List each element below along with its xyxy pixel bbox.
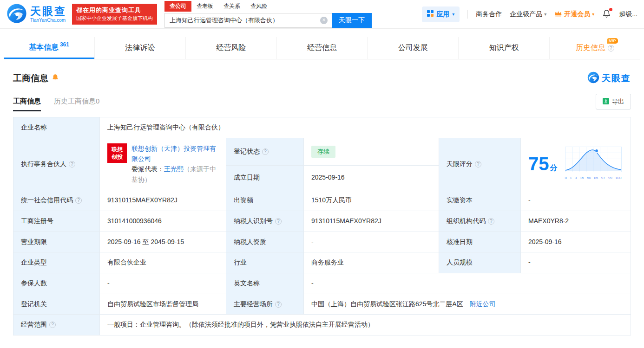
tianyan-score-value: 75分 xyxy=(521,138,631,190)
lenovo-capital-logo: 联想 创投 xyxy=(107,143,127,163)
nav-enterprise-products[interactable]: 企业级产品 ▾ xyxy=(510,10,546,19)
help-icon[interactable]: ? xyxy=(49,322,56,328)
apps-label: 应用 xyxy=(436,10,449,19)
apps-menu[interactable]: 应用 ▾ xyxy=(422,6,460,22)
help-icon[interactable]: ? xyxy=(75,197,82,204)
table-row: 统一社会信用代码? 91310115MAEX0YR82J 出资额 1510万人民… xyxy=(13,190,631,211)
org-code-value: MAEX0YR8-2 xyxy=(521,211,631,232)
help-icon[interactable]: ? xyxy=(69,161,75,168)
company-type-label: 企业类型 xyxy=(13,252,100,273)
brand-slogan: 都在用的商业查询工具 国家中小企业发展子基金旗下机构 xyxy=(72,4,157,25)
business-info-table: 企业名称 上海知己行远管理咨询中心（有限合伙） 执行事务合伙人? 联想 创投 联… xyxy=(13,117,631,335)
tianyan-score[interactable]: 75分 xyxy=(528,147,623,181)
search-button[interactable]: 天眼一下 xyxy=(332,13,372,28)
business-term-value: 2025-09-16 至 2045-09-15 xyxy=(100,232,226,252)
tab-label: 历史信息 xyxy=(576,43,605,53)
business-term-label: 营业期限 xyxy=(13,232,100,252)
tianyancha-logo-icon xyxy=(7,3,27,26)
export-button[interactable]: 导出 xyxy=(596,94,631,110)
taxpayer-id-label: 纳税人识别号? xyxy=(226,211,304,232)
delegate-name-link[interactable]: 王光熙 xyxy=(164,165,184,173)
nav-divider xyxy=(467,10,468,19)
tab-history-info[interactable]: 历史信息 VIP ? xyxy=(549,37,640,59)
help-icon[interactable]: ? xyxy=(275,301,282,308)
score-curve-chart: 01 315 5085 9799 100 xyxy=(565,147,622,181)
score-number: 75 xyxy=(528,154,549,174)
help-icon[interactable]: ? xyxy=(488,218,494,225)
clear-search-icon[interactable]: × xyxy=(320,17,328,24)
brand-domain: TianYanCha.com xyxy=(30,18,66,23)
company-name-label: 企业名称 xyxy=(13,117,100,138)
score-axis: 01 315 5085 9799 100 xyxy=(565,175,622,181)
search-tab-risk[interactable]: 查风险 xyxy=(245,1,272,12)
main-premises-label: 主要经营场所? xyxy=(226,294,304,315)
company-tab-strip: 基本信息 361 法律诉讼 经营风险 经营信息 公司发展 知识产权 历史信息 V… xyxy=(4,37,640,59)
table-row: 企业名称 上海知己行远管理咨询中心（有限合伙） xyxy=(13,117,631,138)
industry-value: 商务服务业 xyxy=(304,252,439,273)
brand-name: 天眼查 xyxy=(30,6,66,17)
paid-capital-value: - xyxy=(521,190,631,211)
insured-count-label: 参保人数 xyxy=(13,273,100,294)
tab-basic-info[interactable]: 基本信息 361 xyxy=(4,37,94,59)
help-icon[interactable]: ? xyxy=(608,45,614,52)
nav-open-membership[interactable]: 开通会员 ▾ xyxy=(554,10,594,19)
section-title-row: 工商信息 xyxy=(13,72,59,84)
nav-super-vip[interactable]: 超级... xyxy=(619,10,637,19)
approval-date-label: 核准日期 xyxy=(439,232,521,252)
company-type-value: 有限合伙企业 xyxy=(100,252,226,273)
registration-authority-value: 自由贸易试验区市场监督管理局 xyxy=(100,294,226,315)
business-scope-label: 经营范围? xyxy=(13,315,100,335)
reg-status-label: 登记状态? xyxy=(226,138,304,165)
tab-label: 基本信息 xyxy=(29,43,59,52)
help-icon[interactable]: ? xyxy=(275,218,282,225)
help-icon[interactable]: ? xyxy=(475,161,481,168)
english-name-value: - xyxy=(304,273,631,294)
search-tab-relation[interactable]: 查关系 xyxy=(218,1,245,12)
tab-operation-info[interactable]: 经营信息 xyxy=(276,37,368,59)
paid-capital-label: 实缴资本 xyxy=(439,190,521,211)
tianyancha-watermark: 天眼查 xyxy=(587,71,631,85)
tianyancha-logo[interactable]: 天眼查 TianYanCha.com xyxy=(7,3,66,26)
tab-label: 公司发展 xyxy=(398,43,428,53)
tab-legal-proceedings[interactable]: 法律诉讼 xyxy=(94,37,185,59)
reg-no-label: 工商注册号 xyxy=(13,211,100,232)
business-scope-value: 一般项目：企业管理咨询。（除依法须经批准的项目外，凭营业执照依法自主开展经营活动… xyxy=(100,315,631,335)
search-tab-company[interactable]: 查公司 xyxy=(164,1,191,12)
apps-grid-icon xyxy=(427,10,434,18)
notification-dot xyxy=(609,8,612,11)
establish-date-label: 成立日期 xyxy=(226,165,304,190)
help-icon[interactable]: ? xyxy=(262,148,269,155)
staff-size-value: - xyxy=(521,252,631,273)
subtab-history-business-info[interactable]: 历史工商信息0 xyxy=(54,97,99,111)
insured-count-value: - xyxy=(100,273,226,294)
company-name-value: 上海知己行远管理咨询中心（有限合伙） xyxy=(100,117,631,138)
search-input[interactable] xyxy=(164,13,332,28)
tab-operation-risk[interactable]: 经营风险 xyxy=(185,37,276,59)
executive-partner-label: 执行事务合伙人? xyxy=(13,138,100,190)
staff-size-label: 人员规模 xyxy=(439,252,521,273)
tab-label: 经营信息 xyxy=(307,43,337,53)
subscribe-bell-icon[interactable] xyxy=(52,73,59,84)
nearby-companies-link[interactable]: 附近公司 xyxy=(470,300,496,308)
registration-authority-label: 登记机关 xyxy=(13,294,100,315)
search-tab-boss[interactable]: 查老板 xyxy=(191,1,218,12)
partner-company-link[interactable]: 联想创新（天津）投资管理有限公司 xyxy=(131,145,216,162)
export-label: 导出 xyxy=(612,97,624,106)
nav-cooperation[interactable]: 商务合作 xyxy=(476,10,502,19)
org-code-label: 组织机构代码? xyxy=(439,211,521,232)
tab-count: 361 xyxy=(60,41,69,48)
export-icon xyxy=(603,98,609,106)
score-unit: 分 xyxy=(550,164,558,172)
table-row: 工商注册号 310141000936046 纳税人识别号? 91310115MA… xyxy=(13,211,631,232)
establish-date-value: 2025-09-16 xyxy=(304,165,439,190)
table-row: 登记机关 自由贸易试验区市场监督管理局 主要经营场所? 中国（上海）自由贸易试验… xyxy=(13,294,631,315)
crown-icon xyxy=(554,10,562,18)
subtab-business-info[interactable]: 工商信息 xyxy=(13,97,41,111)
watermark-brand-text: 天眼查 xyxy=(602,72,631,84)
tab-label: 经营风险 xyxy=(216,43,246,53)
main-premises-value: 中国（上海）自由贸易试验区张江路625号北二层A区 附近公司 xyxy=(304,294,631,315)
notifications-bell[interactable] xyxy=(602,9,611,19)
tab-intellectual-property[interactable]: 知识产权 xyxy=(458,37,549,59)
tab-company-development[interactable]: 公司发展 xyxy=(367,37,458,59)
industry-label: 行业 xyxy=(226,252,304,273)
